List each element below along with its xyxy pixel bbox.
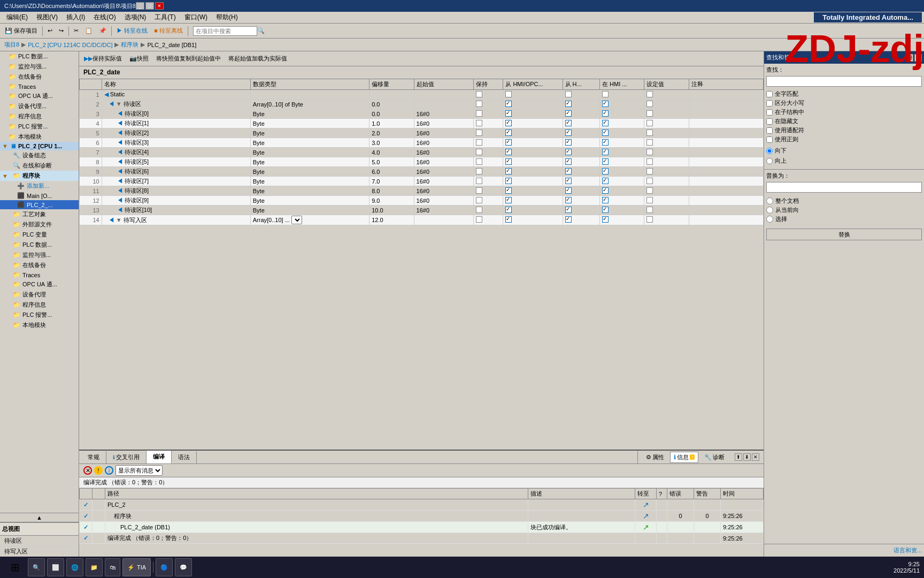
info-tab-btn[interactable]: ℹ 信息 ! — [670, 452, 698, 463]
filter-dropdown[interactable]: 显示所有消息 — [116, 465, 163, 476]
sidebar-item-monitor[interactable]: 📁 监控与强... — [0, 62, 79, 72]
sidebar-item-plc-alarm[interactable]: 📁 PLC 报警... — [0, 121, 79, 132]
cb-retain-1[interactable] — [476, 91, 482, 97]
compile-row-4[interactable]: ✓ 编译完成 （错误：0；警告：0） 9:25:26 — [80, 533, 764, 544]
cb-full-word[interactable] — [766, 91, 773, 97]
cut-btn[interactable]: ✂ — [71, 25, 81, 37]
sidebar-item-ext-sources[interactable]: 📁 外部源文件 — [0, 219, 79, 230]
table-row[interactable]: 5 ◀ 待读区[2] Byte2.016#0 — [80, 128, 764, 138]
sidebar-bottom-read[interactable]: 待读区 — [0, 536, 79, 546]
sidebar-bottom-write[interactable]: 待写入区 — [0, 546, 79, 557]
bc-item-2[interactable]: PLC_2 [CPU 1214C DC/DC/DC] — [28, 42, 112, 48]
window-controls[interactable]: _ □ ✕ — [136, 2, 164, 10]
maximize-btn[interactable]: □ — [145, 2, 154, 10]
panel-close-btn[interactable]: ✕ — [752, 453, 759, 461]
radio-down[interactable] — [766, 148, 773, 154]
bc-item-3[interactable]: 程序块 — [121, 41, 138, 49]
table-row[interactable]: 6 ◀ 待读区[3] Byte3.016#0 — [80, 138, 764, 148]
search-project-btn[interactable]: 🔍 — [190, 25, 267, 37]
sidebar-item-prog-info-2[interactable]: 📁 程序信息 — [0, 300, 79, 310]
warning-btn[interactable]: ! — [94, 466, 103, 475]
type-dropdown-14[interactable]: 1 — [291, 216, 302, 224]
paste-btn[interactable]: 📌 — [96, 25, 109, 37]
properties-tab-btn[interactable]: ⚙ 属性 — [642, 452, 668, 463]
sidebar-item-plc2[interactable]: ▼ 🖥 PLC_2 [CPU 1... — [0, 142, 79, 150]
table-row[interactable]: 14 ◀ ▼ 待写入区 Array[0..10] ... 1 12.0 — [80, 215, 764, 225]
cb-wildcard[interactable] — [766, 127, 773, 134]
tab-general[interactable]: 常规 — [81, 451, 106, 463]
taskbar-app1[interactable]: 🔵 — [156, 558, 173, 576]
table-row[interactable]: 10 ◀ 待读区[7] Byte7.016#0 — [80, 177, 764, 186]
menu-insert[interactable]: 插入(I) — [62, 12, 89, 23]
taskbar-ie[interactable]: 🌐 — [66, 558, 83, 576]
cb-hmiopc-1[interactable] — [505, 91, 512, 97]
cb-inhmi-1[interactable] — [602, 91, 609, 97]
table-row[interactable]: 8 ◀ 待读区[5] Byte5.016#0 — [80, 157, 764, 167]
menu-edit[interactable]: 编辑(E) — [2, 12, 32, 23]
sidebar-item-plc-vars[interactable]: 📁 PLC 变量 — [0, 230, 79, 240]
undo-btn[interactable]: ↩ — [45, 25, 55, 37]
cb-setval-2[interactable] — [646, 101, 653, 107]
sidebar-item-opc-1[interactable]: 📁 OPC UA 通... — [0, 91, 79, 101]
sidebar-item-opc-2[interactable]: 📁 OPC UA 通... — [0, 279, 79, 290]
tab-cross-ref[interactable]: ℹ 交叉引用 — [106, 451, 147, 463]
go-offline-btn[interactable]: ■ 转至离线 — [151, 25, 186, 37]
table-row[interactable]: 12 ◀ 待读区[9] Byte9.016#0 — [80, 196, 764, 206]
load-actual-btn[interactable]: 将起始值加载为实际值 — [226, 53, 290, 65]
cb-h-2[interactable] — [565, 101, 572, 107]
snapshot-btn[interactable]: 📷 快照 — [127, 53, 151, 65]
table-row[interactable]: 4 ◀ 待读区[1] Byte1.016#0 — [80, 119, 764, 128]
cb-inhmi-2[interactable] — [602, 101, 609, 107]
taskbar-store[interactable]: 🛍 — [105, 558, 120, 576]
taskbar-wechat[interactable]: 💬 — [175, 558, 192, 576]
minimize-btn[interactable]: _ — [136, 2, 144, 10]
close-btn[interactable]: ✕ — [155, 2, 164, 10]
sidebar-item-device-proxy-2[interactable]: 📁 设备代理 — [0, 290, 79, 300]
sidebar-item-backup-2[interactable]: 📁 在线备份 — [0, 260, 79, 270]
sidebar-item-device-proxy[interactable]: 📁 设备代理... — [0, 101, 79, 111]
project-search-input[interactable] — [193, 26, 257, 36]
sidebar-item-plc-alarm-2[interactable]: 📁 PLC 报警... — [0, 310, 79, 320]
menu-help[interactable]: 帮助(H) — [212, 12, 242, 23]
menu-window[interactable]: 窗口(W) — [180, 12, 212, 23]
menu-tools[interactable]: 工具(T) — [150, 12, 180, 23]
table-row[interactable]: 2 ◀ ▼ 待读区 Array[0..10] of Byte0.0 — [80, 100, 764, 109]
sidebar-item-local-module-2[interactable]: 📁 本地模块 — [0, 320, 79, 330]
cb-setval-1[interactable] — [646, 91, 653, 97]
taskbar-explorer[interactable]: 📁 — [86, 558, 103, 576]
sidebar-item-device-config[interactable]: 🔧 设备组态 — [0, 150, 79, 161]
tab-syntax[interactable]: 语法 — [172, 451, 197, 463]
copy-btn[interactable]: 📋 — [82, 25, 95, 37]
cb-hidden[interactable] — [766, 118, 773, 125]
cb-hmiopc-2[interactable] — [505, 101, 512, 107]
cb-case[interactable] — [766, 100, 773, 107]
info-btn[interactable]: i — [105, 466, 113, 475]
redo-btn[interactable]: ↪ — [56, 25, 66, 37]
sidebar-item-local-module[interactable]: 📁 本地模块 — [0, 132, 79, 142]
sidebar-item-traces-1[interactable]: 📁 Traces — [0, 82, 79, 91]
panel-dock-btn[interactable]: ⬇ — [743, 453, 751, 461]
cb-retain-2[interactable] — [476, 101, 482, 107]
diag-tab-btn[interactable]: 🔧 诊断 — [700, 452, 728, 463]
sidebar-item-main-ob[interactable]: ⬛ Main [O... — [0, 191, 79, 200]
table-row[interactable]: 1 ◀ Static — [80, 90, 764, 100]
menu-options[interactable]: 选项(N) — [120, 12, 151, 23]
keep-actual-btn[interactable]: ▶▶ 保持实际值 — [81, 53, 125, 65]
sidebar-item-plc-data-2[interactable]: 📁 PLC 数据... — [0, 240, 79, 250]
table-row[interactable]: 11 ◀ 待读区[8] Byte8.016#0 — [80, 186, 764, 196]
radio-replace-all[interactable] — [766, 197, 773, 204]
panel-float-btn[interactable]: ⬆ — [735, 453, 742, 461]
compile-row-2[interactable]: ✓ 程序块 ↗ 0 0 9:25:26 — [80, 511, 764, 522]
clear-btn[interactable]: ✕ — [83, 466, 92, 475]
sidebar-item-backup[interactable]: 📁 在线备份 — [0, 72, 79, 82]
save-project-btn[interactable]: 💾 保存项目 — [2, 25, 40, 37]
sidebar-item-add-new[interactable]: ➕ 添加新... — [0, 181, 79, 191]
replace-btn[interactable]: 替换 — [766, 229, 922, 240]
table-row[interactable]: 9 ◀ 待读区[6] Byte6.016#0 — [80, 167, 764, 177]
go-online-btn[interactable]: ▶ 转至在线 — [114, 25, 150, 37]
sidebar-item-online-diag[interactable]: 🔍 在线和诊断 — [0, 161, 79, 171]
sidebar-item-tech-objects[interactable]: 📁 工艺对象 — [0, 209, 79, 219]
taskbar-task-view[interactable]: ⬜ — [47, 558, 64, 576]
radio-up[interactable] — [766, 158, 773, 164]
find-input[interactable] — [766, 76, 922, 87]
